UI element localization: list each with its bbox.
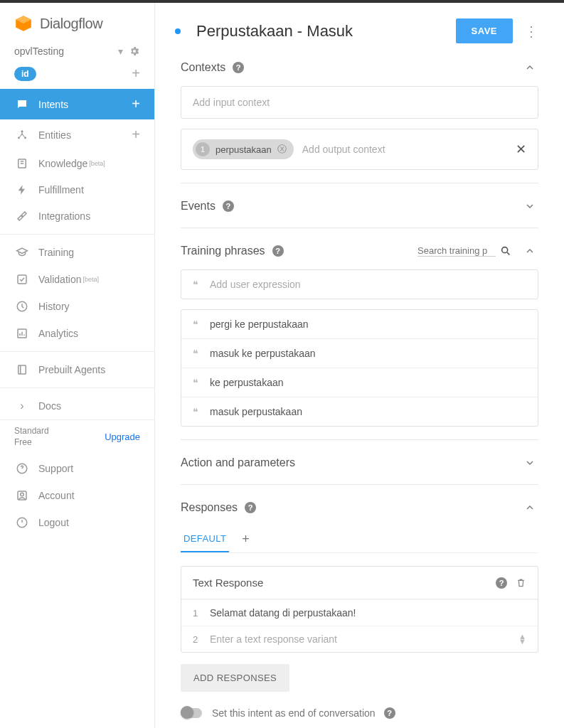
nav-logout[interactable]: Logout bbox=[0, 509, 154, 536]
help-icon[interactable]: ? bbox=[272, 245, 284, 257]
training-phrase-row[interactable]: ❝masuk ke perpustakaan bbox=[181, 338, 538, 368]
add-training-phrase-input[interactable]: ❝ Add user expression bbox=[181, 270, 538, 299]
quote-icon: ❝ bbox=[193, 279, 198, 290]
nav-knowledge[interactable]: Knowledge [beta] bbox=[0, 150, 154, 177]
text-response-card: Text Response ? 1 Selamat datang di perp… bbox=[181, 566, 538, 653]
help-icon[interactable]: ? bbox=[245, 502, 256, 513]
nav-docs[interactable]: › Docs bbox=[0, 392, 154, 419]
help-icon[interactable]: ? bbox=[496, 577, 507, 589]
nav-label: Prebuilt Agents bbox=[38, 364, 105, 375]
add-response-tab[interactable]: + bbox=[242, 532, 250, 547]
output-context-field[interactable]: 1 perpustakaan ⓧ Add output context ✕ bbox=[181, 129, 538, 170]
intent-title[interactable]: Perpustakaan - Masuk bbox=[196, 22, 456, 41]
save-button[interactable]: SAVE bbox=[456, 18, 513, 43]
nav-analytics[interactable]: Analytics bbox=[0, 320, 154, 347]
add-language-button[interactable]: + bbox=[132, 65, 140, 82]
training-icon bbox=[14, 246, 30, 259]
phrase-text: pergi ke perpustakaan bbox=[210, 318, 309, 330]
context-name: perpustakaan bbox=[216, 144, 272, 155]
support-icon bbox=[14, 462, 30, 475]
nav-prebuilt-agents[interactable]: Prebuilt Agents bbox=[0, 356, 154, 383]
svg-rect-9 bbox=[18, 365, 26, 374]
help-icon[interactable]: ? bbox=[223, 200, 234, 212]
add-responses-button[interactable]: ADD RESPONSES bbox=[181, 664, 289, 692]
nav-label: Support bbox=[38, 463, 73, 474]
nav-label: Analytics bbox=[38, 328, 78, 339]
svg-point-3 bbox=[18, 136, 20, 139]
row-number: 2 bbox=[193, 634, 210, 645]
unsaved-indicator-icon bbox=[175, 28, 181, 34]
svg-point-14 bbox=[502, 247, 508, 253]
nav-fulfillment[interactable]: Fulfillment bbox=[0, 177, 154, 203]
end-of-conversation-toggle[interactable] bbox=[181, 708, 202, 718]
svg-point-12 bbox=[21, 493, 24, 496]
collapse-responses[interactable] bbox=[521, 499, 538, 516]
training-phrase-row[interactable]: ❝pergi ke perpustakaan bbox=[181, 310, 538, 338]
nav-label: Logout bbox=[38, 517, 69, 528]
nav-intents[interactable]: Intents + bbox=[0, 89, 154, 119]
integrations-icon bbox=[14, 210, 30, 223]
nav-history[interactable]: History bbox=[0, 293, 154, 320]
quote-icon: ❝ bbox=[193, 348, 198, 359]
beta-tag: [beta] bbox=[83, 276, 99, 283]
search-icon[interactable] bbox=[500, 245, 511, 257]
add-entity-button[interactable]: + bbox=[132, 127, 140, 143]
brand-logo: Dialogflow bbox=[0, 3, 154, 46]
gear-icon[interactable] bbox=[129, 46, 140, 57]
nav-integrations[interactable]: Integrations bbox=[0, 203, 154, 230]
training-phrases-list: ❝pergi ke perpustakaan ❝masuk ke perpust… bbox=[181, 309, 538, 427]
nav-training[interactable]: Training bbox=[0, 239, 154, 266]
response-row[interactable]: 1 Selamat datang di perpustakaan! bbox=[181, 599, 538, 626]
remove-chip-icon[interactable]: ⓧ bbox=[277, 143, 287, 156]
help-icon[interactable]: ? bbox=[233, 62, 244, 73]
sort-handle-icon[interactable]: ▲▼ bbox=[518, 634, 526, 643]
docs-icon: › bbox=[14, 400, 30, 412]
phrase-text: masuk ke perpustakaan bbox=[210, 348, 316, 359]
account-icon bbox=[14, 489, 30, 502]
dialogflow-logo-icon bbox=[14, 14, 33, 33]
more-menu-icon[interactable]: ⋮ bbox=[524, 23, 538, 40]
section-title-events: Events bbox=[181, 200, 216, 213]
nav-label: Account bbox=[38, 490, 75, 501]
response-tab-default[interactable]: DEFAULT bbox=[181, 526, 229, 552]
upgrade-link[interactable]: Upgrade bbox=[105, 432, 140, 442]
svg-point-2 bbox=[21, 130, 23, 132]
training-phrase-row[interactable]: ❝ke perpustakaan bbox=[181, 368, 538, 397]
row-number: 1 bbox=[193, 608, 210, 619]
nav-entities[interactable]: Entities + bbox=[0, 119, 154, 150]
language-pill[interactable]: id bbox=[14, 67, 36, 81]
delete-icon[interactable]: ✕ bbox=[516, 141, 526, 157]
fulfillment-icon bbox=[14, 184, 30, 196]
brand-name: Dialogflow bbox=[40, 16, 102, 32]
entities-icon bbox=[14, 129, 30, 141]
add-intent-button[interactable]: + bbox=[132, 96, 140, 112]
placeholder: Add input context bbox=[193, 97, 526, 108]
expand-events[interactable] bbox=[521, 198, 538, 215]
placeholder: Add output context bbox=[302, 144, 516, 155]
nav-label: Training bbox=[38, 247, 74, 258]
search-training-input[interactable] bbox=[417, 245, 496, 257]
nav-support[interactable]: Support bbox=[0, 455, 154, 482]
response-row[interactable]: 2 Enter a text response variant ▲▼ bbox=[181, 626, 538, 652]
quote-icon: ❝ bbox=[193, 318, 198, 330]
trash-icon[interactable] bbox=[516, 577, 526, 588]
logout-icon bbox=[14, 516, 30, 529]
nav-label: Docs bbox=[38, 400, 61, 412]
nav-account[interactable]: Account bbox=[0, 482, 154, 509]
agent-name[interactable]: opvlTesting bbox=[14, 46, 112, 57]
expand-action[interactable] bbox=[521, 454, 538, 471]
context-chip[interactable]: 1 perpustakaan ⓧ bbox=[193, 139, 294, 159]
context-lifespan: 1 bbox=[196, 142, 210, 156]
beta-tag: [beta] bbox=[89, 160, 105, 167]
input-context-field[interactable]: Add input context bbox=[181, 86, 538, 119]
card-title: Text Response bbox=[193, 577, 263, 589]
svg-rect-6 bbox=[18, 275, 26, 284]
training-phrase-row[interactable]: ❝masuk perpustakaan bbox=[181, 397, 538, 426]
agent-dropdown-icon[interactable]: ▾ bbox=[118, 46, 123, 57]
prebuilt-icon bbox=[14, 363, 30, 376]
nav-validation[interactable]: Validation [beta] bbox=[0, 266, 154, 293]
collapse-contexts[interactable] bbox=[521, 59, 538, 76]
response-text: Selamat datang di perpustakaan! bbox=[210, 607, 526, 619]
collapse-training[interactable] bbox=[521, 242, 538, 259]
help-icon[interactable]: ? bbox=[384, 707, 395, 719]
